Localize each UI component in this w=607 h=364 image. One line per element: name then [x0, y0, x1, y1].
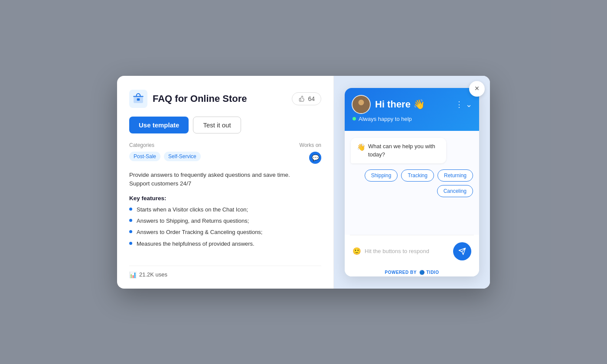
send-icon [458, 247, 466, 255]
test-it-out-button[interactable]: Test it out [193, 117, 241, 133]
bar-chart-icon: 📊 [129, 271, 137, 278]
thumbs-up-icon [298, 95, 305, 102]
modal-container: × FAQ for Online Store [117, 76, 490, 289]
bullet-icon [129, 230, 132, 233]
quick-reply-returning[interactable]: Returning [437, 169, 473, 182]
chat-status-text: Always happy to help [359, 116, 412, 122]
chat-channel-icon: 💬 [309, 152, 321, 164]
feature-text: Answers to Shipping, and Returns questio… [137, 217, 249, 225]
more-options-icon[interactable]: ⋮ [455, 100, 463, 109]
description: Provide answers to frequently asked ques… [129, 171, 321, 188]
send-button[interactable] [453, 242, 471, 260]
svg-rect-1 [137, 98, 140, 100]
chat-footer: 🙂 Hit the buttons to respond [345, 235, 479, 267]
description-line2: Support customers 24/7 [129, 180, 191, 187]
feature-text: Measures the helpfulness of provided ans… [137, 240, 255, 248]
works-on-group: Works on 💬 [300, 142, 321, 164]
like-count: 64 [308, 95, 315, 102]
powered-by-label: POWERED BY [385, 270, 417, 275]
powered-by-footer: POWERED BY 🔵 TIDIO [345, 267, 479, 276]
feature-text: Answers to Order Tracking & Canceling qu… [137, 228, 262, 236]
chat-status-row: Always happy to help [352, 116, 472, 122]
agent-avatar-image [352, 96, 370, 113]
list-item: Answers to Order Tracking & Canceling qu… [129, 228, 321, 236]
bullet-icon [129, 219, 132, 222]
chat-header-top: Hi there 👋 ⋮ ⌄ [352, 95, 472, 114]
tag-post-sale: Post-Sale [129, 152, 160, 161]
features-list: Starts when a Visitor clicks on the Chat… [129, 206, 321, 248]
use-template-button[interactable]: Use template [129, 117, 189, 133]
list-item: Starts when a Visitor clicks on the Chat… [129, 206, 321, 214]
description-line1: Provide answers to frequently asked ques… [129, 172, 290, 178]
chat-message-text: What can we help you with today? [368, 142, 440, 159]
list-item: Answers to Shipping, and Returns questio… [129, 217, 321, 225]
online-status-dot [352, 117, 356, 120]
list-item: Measures the helpfulness of provided ans… [129, 240, 321, 248]
wave-emoji: 👋 [357, 142, 366, 153]
chevron-down-icon[interactable]: ⌄ [466, 100, 472, 109]
chat-body: 👋 What can we help you with today? Shipp… [345, 131, 479, 235]
chat-header: Hi there 👋 ⋮ ⌄ Always happy to help [345, 88, 479, 131]
powered-by-brand: 🔵 TIDIO [419, 270, 439, 275]
categories-left: Categories Post-Sale Self-Service [129, 142, 201, 161]
modal-title: FAQ for Online Store [153, 93, 247, 104]
right-panel: Hi there 👋 ⋮ ⌄ Always happy to help [334, 76, 490, 289]
categories-row: Categories Post-Sale Self-Service Works … [129, 142, 321, 164]
left-panel: FAQ for Online Store 64 Use template Tes… [117, 76, 334, 289]
quick-reply-canceling[interactable]: Canceling [437, 185, 473, 197]
like-badge[interactable]: 64 [292, 92, 321, 105]
chat-input-placeholder: Hit the buttons to respond [365, 248, 450, 254]
chat-input-area: 🙂 Hit the buttons to respond [351, 240, 473, 263]
chat-widget-preview: Hi there 👋 ⋮ ⌄ Always happy to help [345, 88, 479, 276]
works-on-label: Works on [300, 142, 321, 148]
usage-count: 21.2K uses [139, 271, 167, 278]
chat-header-icons: ⋮ ⌄ [455, 100, 472, 109]
quick-reply-shipping[interactable]: Shipping [365, 169, 398, 182]
close-button[interactable]: × [469, 81, 485, 97]
chat-greeting: Hi there 👋 [375, 99, 455, 110]
title-group: FAQ for Online Store [129, 90, 247, 108]
tags-row: Post-Sale Self-Service [129, 152, 201, 161]
key-features-title: Key features: [129, 195, 321, 202]
modal-header: FAQ for Online Store 64 [129, 90, 321, 108]
feature-text: Starts when a Visitor clicks on the Chat… [137, 206, 248, 214]
quick-replies-container: Shipping Tracking Returning Canceling [351, 169, 473, 197]
bullet-icon [129, 208, 132, 211]
action-buttons: Use template Test it out [129, 117, 321, 133]
emoji-picker-icon[interactable]: 🙂 [352, 247, 361, 255]
bullet-icon [129, 242, 132, 245]
chat-message-bubble: 👋 What can we help you with today? [351, 138, 446, 163]
agent-avatar [352, 95, 371, 114]
usage-row: 📊 21.2K uses [129, 266, 321, 278]
quick-reply-tracking[interactable]: Tracking [401, 169, 434, 182]
tag-self-service: Self-Service [164, 152, 201, 161]
categories-label: Categories [129, 142, 201, 148]
store-icon [129, 90, 147, 108]
svg-point-4 [359, 100, 364, 105]
page-background: × FAQ for Online Store [0, 0, 607, 364]
